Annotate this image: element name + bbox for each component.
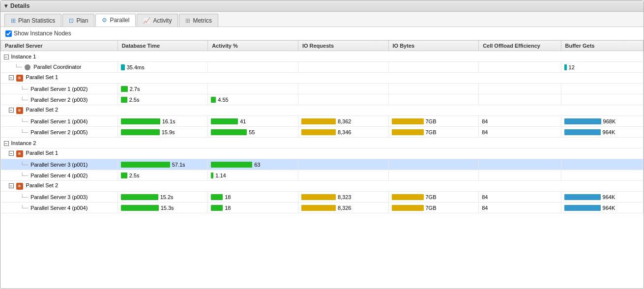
table-row[interactable]: − ⊕ Parallel Set 2 (1, 105, 644, 116)
io-bytes-cell: 7GB (388, 116, 479, 127)
table-row[interactable]: └─ Parallel Server 3 (p001) 57.1s 63 (1, 159, 644, 170)
db-time-cell: 15.9s (117, 127, 208, 138)
tree-line: └─ (21, 118, 29, 124)
io-bytes-cell (388, 62, 479, 73)
server-name-cell: └─ Parallel Server 1 (p002) (1, 84, 118, 94)
table-row[interactable]: − ⊕ Parallel Set 1 (1, 148, 644, 159)
io-bytes-cell: 7GB (388, 127, 479, 138)
expand-icon[interactable]: − (4, 141, 9, 146)
col-io-bytes: IO Bytes (388, 41, 479, 51)
cell-eff-cell (479, 94, 561, 105)
table-row[interactable]: └─ Parallel Server 4 (p002) 2.5s 1.14 (1, 170, 644, 181)
set-header-cell: − ⊕ Parallel Set 1 (1, 73, 644, 84)
buffer-cell (561, 159, 643, 170)
tab-metrics[interactable]: ⊞ Metrics (179, 14, 218, 27)
parallel-table: Parallel Server Database Time Activity %… (0, 40, 644, 213)
io-req-cell (298, 170, 388, 181)
io-req-cell (298, 94, 388, 105)
activity-cell: 18 (208, 192, 298, 202)
plan-statistics-icon: ⊞ (11, 17, 16, 24)
show-instance-nodes-checkbox[interactable] (5, 30, 12, 37)
tab-plan-statistics[interactable]: ⊞ Plan Statistics (4, 14, 61, 27)
tab-activity[interactable]: 📈 Activity (137, 14, 178, 27)
activity-cell: 1.14 (208, 170, 298, 181)
expand-icon[interactable]: − (4, 55, 9, 59)
tree-line: └─ (21, 205, 29, 211)
expand-icon[interactable]: − (9, 75, 14, 80)
buffer-cell: 968K (561, 116, 643, 127)
db-time-cell: 57.1s (117, 159, 208, 170)
cell-eff-cell: 84 (479, 202, 561, 213)
db-time-cell: 35.4ms (117, 62, 208, 73)
io-bytes-cell (388, 94, 479, 105)
activity-cell: 4.55 (208, 94, 298, 105)
coordinator-icon (25, 64, 30, 70)
col-buffer-gets: Buffer Gets (561, 41, 643, 51)
activity-cell (208, 62, 298, 73)
table-row[interactable]: └─ Parallel Server 1 (p004) 16.1s 41 8,3… (1, 116, 644, 127)
table-row[interactable]: └─ Parallel Server 3 (p003) 15.2s 18 8,3… (1, 192, 644, 202)
col-cell-offload: Cell Offload Efficiency (479, 41, 561, 51)
io-req-cell: 8,326 (298, 202, 388, 213)
db-time-cell: 2.7s (117, 84, 208, 94)
table-row[interactable]: − ⊕ Parallel Set 2 (1, 181, 644, 192)
table-row[interactable]: └─ Parallel Server 2 (p003) 2.5s 4.55 (1, 94, 644, 105)
io-bytes-cell: 7GB (388, 202, 479, 213)
cell-eff-cell (479, 62, 561, 73)
db-time-cell: 16.1s (117, 116, 208, 127)
server-name-cell: └─ Parallel Coordinator (1, 62, 118, 73)
activity-cell (208, 84, 298, 94)
parallel-set-icon: ⊕ (16, 150, 23, 157)
table-row[interactable]: └─ Parallel Server 1 (p002) 2.7s (1, 84, 644, 94)
table-row[interactable]: └─ Parallel Coordinator 35.4ms 12 (1, 62, 644, 73)
collapse-icon[interactable]: ▾ (4, 2, 7, 9)
set-header-cell: − ⊕ Parallel Set 1 (1, 148, 644, 159)
table-row[interactable]: └─ Parallel Server 2 (p005) 15.9s 55 8,3… (1, 127, 644, 138)
io-bytes-cell: 7GB (388, 192, 479, 202)
show-instance-nodes-label[interactable]: Show Instance Nodes (5, 30, 71, 37)
server-name-cell: └─ Parallel Server 3 (p001) (1, 159, 118, 170)
parallel-set-icon: ⊕ (16, 183, 23, 190)
tab-plan[interactable]: ⊡ Plan (62, 14, 94, 27)
tree-line: └─ (21, 162, 29, 168)
tree-line: └─ (21, 173, 29, 178)
table-header-row: Parallel Server Database Time Activity %… (1, 41, 644, 51)
buffer-cell: 964K (561, 192, 643, 202)
io-req-cell: 8,362 (298, 116, 388, 127)
cell-eff-cell: 84 (479, 116, 561, 127)
col-database-time: Database Time (117, 41, 208, 51)
instance-header-cell: − Instance 1 (1, 51, 644, 62)
tab-bar: ⊞ Plan Statistics ⊡ Plan ⚙ Parallel 📈 Ac… (0, 12, 644, 27)
table-row[interactable]: − Instance 1 (1, 51, 644, 62)
io-req-cell (298, 159, 388, 170)
activity-cell: 63 (208, 159, 298, 170)
server-name-cell: └─ Parallel Server 3 (p003) (1, 192, 118, 202)
col-io-requests: IO Requests (298, 41, 388, 51)
buffer-cell: 12 (561, 62, 643, 73)
table-row[interactable]: − Instance 2 (1, 138, 644, 148)
buffer-cell (561, 170, 643, 181)
expand-icon[interactable]: − (9, 151, 14, 156)
metrics-icon: ⊞ (185, 17, 190, 24)
tree-line: └─ (21, 86, 29, 92)
db-time-cell: 15.2s (117, 192, 208, 202)
io-req-cell: 8,346 (298, 127, 388, 138)
parallel-set-icon: ⊕ (16, 75, 23, 82)
cell-eff-cell (479, 84, 561, 94)
server-name-cell: └─ Parallel Server 4 (p004) (1, 202, 118, 213)
tree-line: └─ (15, 64, 23, 70)
cell-eff-cell: 84 (479, 192, 561, 202)
buffer-cell (561, 84, 643, 94)
expand-icon[interactable]: − (9, 108, 14, 113)
toolbar: Show Instance Nodes (0, 27, 644, 40)
tree-line: └─ (21, 194, 29, 200)
plan-icon: ⊡ (69, 17, 74, 24)
tab-parallel[interactable]: ⚙ Parallel (95, 14, 136, 27)
table-row[interactable]: └─ Parallel Server 4 (p004) 15.3s 18 8,3… (1, 202, 644, 213)
expand-icon[interactable]: − (9, 183, 14, 188)
table-row[interactable]: − ⊕ Parallel Set 1 (1, 73, 644, 84)
server-name-cell: └─ Parallel Server 2 (p003) (1, 94, 118, 105)
activity-cell: 41 (208, 116, 298, 127)
db-time-cell: 2.5s (117, 170, 208, 181)
activity-cell: 18 (208, 202, 298, 213)
